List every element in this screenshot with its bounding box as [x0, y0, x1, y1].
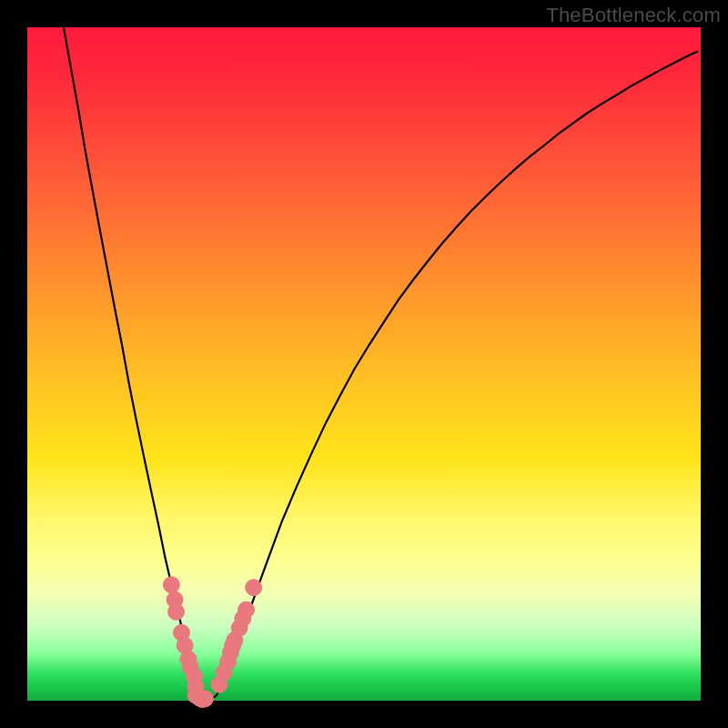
plot-area	[27, 27, 701, 701]
data-point	[163, 577, 179, 593]
data-point	[238, 602, 255, 618]
data-point	[168, 603, 185, 620]
chart-canvas: TheBottleneck.com	[0, 0, 728, 728]
attribution-label: TheBottleneck.com	[546, 4, 721, 27]
bottleneck-curve	[64, 27, 697, 701]
curve-layer	[27, 27, 701, 701]
data-points-group	[163, 577, 261, 708]
data-point	[246, 580, 262, 596]
data-point	[197, 691, 213, 707]
